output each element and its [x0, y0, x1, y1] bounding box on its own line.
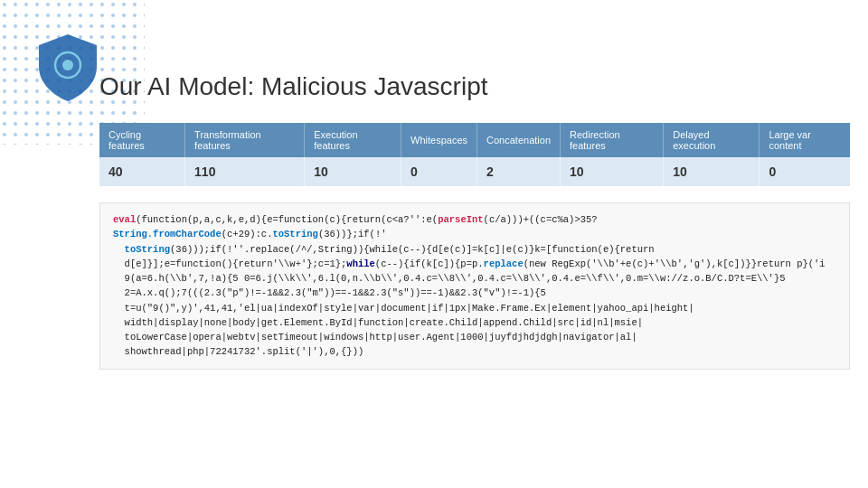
val-concatenation: 2: [477, 157, 561, 186]
col-transformation: Transformation features: [185, 123, 305, 157]
code-text-2: (c/a)))+((c=c%a)>35?: [484, 214, 598, 225]
col-delayed: Delayed execution: [664, 123, 760, 157]
code-highlight-tostring: toString: [272, 229, 317, 239]
code-highlight-replace1: replace: [484, 258, 524, 269]
code-block: eval(function(p,a,c,k,e,d){e=function(c)…: [99, 202, 850, 370]
main-content: Our AI Model: Malicious Javascript Cycli…: [99, 54, 850, 470]
code-keyword-while1: while: [346, 258, 375, 269]
val-cycling: 40: [99, 157, 185, 186]
code-highlight-tostring2: toString: [125, 244, 170, 255]
shield-icon: [35, 31, 100, 105]
code-text-6: (c--){if(k[c]){p=p.: [375, 258, 484, 269]
col-concatenation: Concatenation: [477, 123, 561, 157]
val-delayed: 10: [664, 157, 760, 186]
page-title: Our AI Model: Malicious Javascript: [99, 72, 850, 101]
code-highlight-parseint: parseInt: [438, 214, 483, 225]
table-row: 40 110 10 0 2 10 10 0: [99, 157, 850, 186]
col-whitespaces: Whitespaces: [401, 123, 477, 157]
code-highlight-eval: eval: [113, 214, 136, 225]
col-execution: Execution features: [305, 123, 401, 157]
col-large-var: Large var content: [760, 123, 850, 157]
code-text-1: (function(p,a,c,k,e,d){e=function(c){ret…: [136, 214, 438, 225]
svg-point-3: [62, 60, 73, 70]
val-transformation: 110: [185, 157, 305, 186]
val-execution: 10: [305, 157, 401, 186]
col-cycling: Cycling features: [99, 123, 185, 157]
val-whitespaces: 0: [401, 157, 477, 186]
table-header-row: Cycling features Transformation features…: [99, 123, 850, 157]
code-highlight-string-from: String.fromCharCode: [113, 229, 222, 239]
features-table: Cycling features Transformation features…: [99, 123, 850, 186]
code-text-7: (new RegExp('\\b'+e(c)+'\\b','g'),k[c])}…: [113, 258, 826, 358]
val-redirection: 10: [561, 157, 664, 186]
col-redirection: Redirection features: [561, 123, 664, 157]
val-large-var: 0: [760, 157, 850, 186]
code-text-3: (c+29):c.: [222, 229, 273, 239]
